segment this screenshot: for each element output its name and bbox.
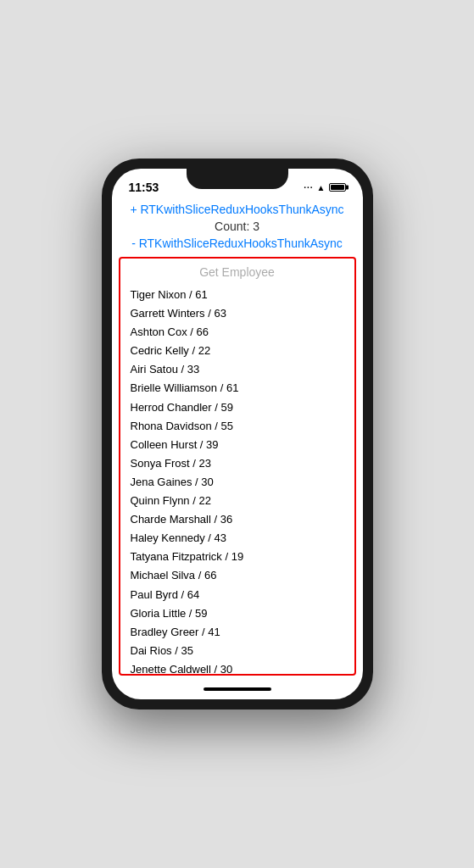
phone-shell: 11:53 ··· ▲ + RTKwithSliceReduxHooksThun… [102,159,373,709]
list-item: Garrett Winters / 63 [131,304,344,323]
home-bar [112,682,363,699]
battery-icon [329,183,346,192]
list-item: Tiger Nixon / 61 [131,286,344,304]
list-item: Tatyana Fitzpatrick / 19 [131,548,344,566]
list-item: Dai Rios / 35 [131,642,344,660]
list-item: Airi Satou / 33 [131,360,344,379]
dots-icon: ··· [304,183,313,192]
get-employee-placeholder: Get Employee [131,265,344,279]
list-item: Ashton Cox / 66 [131,323,344,342]
list-item: Michael Silva / 66 [131,566,344,585]
app-content: + RTKwithSliceReduxHooksThunkAsync Count… [112,199,363,699]
status-time: 11:53 [129,181,159,194]
list-item: Gloria Little / 59 [131,604,344,623]
minus-link[interactable]: - RTKwithSliceReduxHooksThunkAsync [125,236,349,250]
list-item: Rhona Davidson / 55 [131,417,344,436]
list-item: Sonya Frost / 23 [131,454,344,473]
list-item: Haley Kennedy / 43 [131,529,344,548]
employee-list-container[interactable]: Get Employee Tiger Nixon / 61Garrett Win… [119,257,356,676]
wifi-icon: ▲ [317,183,326,192]
list-item: Colleen Hurst / 39 [131,436,344,454]
list-item: Charde Marshall / 36 [131,510,344,529]
employee-list: Tiger Nixon / 61Garrett Winters / 63Asht… [131,286,344,676]
list-item: Quinn Flynn / 22 [131,492,344,510]
home-indicator [204,687,271,691]
list-item: Jenette Caldwell / 30 [131,660,344,676]
list-item: Bradley Greer / 41 [131,623,344,642]
list-item: Brielle Williamson / 61 [131,379,344,398]
count-text: Count: 3 [125,220,349,233]
add-link[interactable]: + RTKwithSliceReduxHooksThunkAsync [125,203,349,216]
list-item: Herrod Chandler / 59 [131,398,344,417]
status-icons: ··· ▲ [304,183,345,192]
header-section: + RTKwithSliceReduxHooksThunkAsync Count… [112,199,363,257]
list-item: Cedric Kelly / 22 [131,342,344,360]
notch [187,169,288,189]
list-item: Paul Byrd / 64 [131,586,344,604]
phone-screen: 11:53 ··· ▲ + RTKwithSliceReduxHooksThun… [112,169,363,699]
list-item: Jena Gaines / 30 [131,473,344,492]
